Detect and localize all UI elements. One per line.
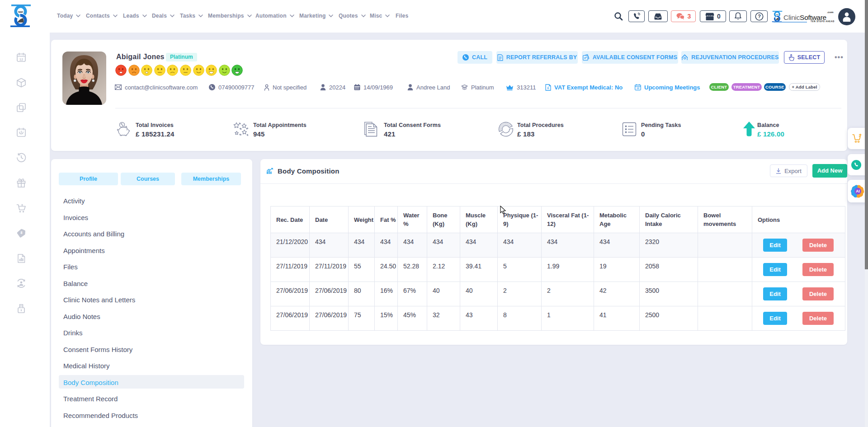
svg-text:AI: AI (856, 189, 860, 193)
svg-text:12: 12 (19, 57, 23, 61)
svg-text:£: £ (547, 86, 549, 89)
svg-text:12: 12 (637, 87, 639, 89)
svg-text:?: ? (758, 14, 761, 19)
